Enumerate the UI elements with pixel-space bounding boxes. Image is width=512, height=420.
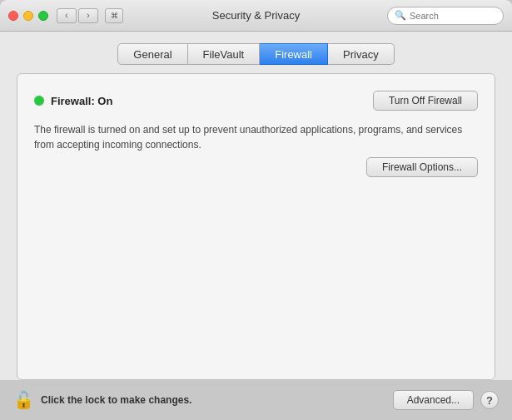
title-bar: ‹ › ⌘ Security & Privacy 🔍 bbox=[0, 0, 512, 32]
help-button[interactable]: ? bbox=[480, 391, 499, 409]
minimize-button[interactable] bbox=[23, 11, 33, 21]
nav-buttons: ‹ › bbox=[57, 8, 98, 23]
lock-label: Click the lock to make changes. bbox=[41, 394, 191, 406]
bottom-right-buttons: Advanced... ? bbox=[393, 390, 499, 410]
close-button[interactable] bbox=[8, 11, 18, 21]
grid-button[interactable]: ⌘ bbox=[105, 8, 123, 23]
tab-general[interactable]: General bbox=[117, 43, 187, 65]
tab-privacy[interactable]: Privacy bbox=[328, 43, 395, 65]
firewall-options-button[interactable]: Firewall Options... bbox=[366, 157, 478, 177]
maximize-button[interactable] bbox=[38, 11, 48, 21]
tab-firewall[interactable]: Firewall bbox=[260, 43, 328, 65]
status-dot-green bbox=[34, 96, 44, 106]
turn-off-firewall-button[interactable]: Turn Off Firewall bbox=[373, 91, 478, 111]
search-bar[interactable]: 🔍 bbox=[387, 7, 504, 25]
firewall-status-row: Firewall: On Turn Off Firewall bbox=[34, 91, 478, 111]
firewall-description: The firewall is turned on and set up to … bbox=[34, 122, 478, 152]
traffic-lights bbox=[8, 11, 48, 21]
window-title: Security & Privacy bbox=[212, 9, 300, 22]
main-content: General FileVault Firewall Privacy Firew… bbox=[0, 32, 512, 380]
tabs-container: General FileVault Firewall Privacy bbox=[0, 32, 512, 73]
back-button[interactable]: ‹ bbox=[57, 8, 77, 23]
advanced-button[interactable]: Advanced... bbox=[393, 390, 474, 410]
tab-filevault[interactable]: FileVault bbox=[188, 43, 261, 65]
firewall-status-label: Firewall: On bbox=[51, 95, 112, 107]
search-icon: 🔍 bbox=[395, 10, 406, 21]
firewall-panel: Firewall: On Turn Off Firewall The firew… bbox=[17, 73, 495, 380]
forward-button[interactable]: › bbox=[78, 8, 98, 23]
search-input[interactable] bbox=[410, 11, 496, 21]
lock-icon[interactable]: 🔓 bbox=[13, 390, 34, 410]
bottom-bar: 🔓 Click the lock to make changes. Advanc… bbox=[0, 380, 512, 420]
